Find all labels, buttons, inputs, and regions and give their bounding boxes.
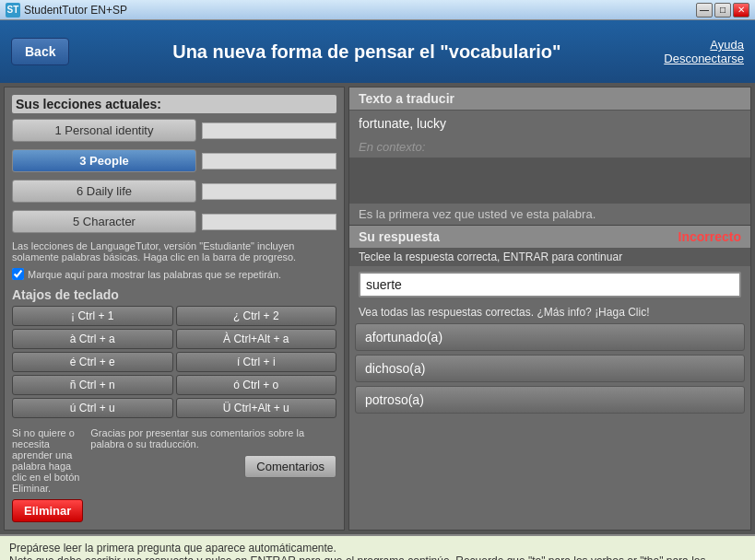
main-window: Back Una nueva forma de pensar el "vocab… — [0, 20, 755, 560]
window-controls: — □ ✕ — [696, 3, 749, 18]
right-panel: Texto a traducir fortunate, lucky En con… — [348, 87, 751, 531]
respuesta-header: Su respuesta Incorrecto — [349, 225, 750, 248]
app-icon: ST — [6, 3, 20, 18]
header-links: Ayuda Desconectarse — [664, 38, 744, 65]
page-title: Una nueva forma de pensar el "vocabulari… — [69, 41, 664, 63]
primera-vez-text: Es la primera vez que usted ve esta pala… — [349, 204, 750, 225]
eliminar-section: Si no quiere o necesita aprender una pal… — [12, 426, 83, 522]
translate-text: fortunate, lucky — [349, 111, 750, 136]
respuesta-label: Su respuesta — [359, 229, 440, 244]
title-bar-text: StudentTutor EN+SP — [24, 4, 696, 17]
shortcuts-grid: ¡ Ctrl + 1 ¿ Ctrl + 2 à Ctrl + a À Ctrl+… — [12, 306, 336, 418]
lesson-progress-3 — [202, 183, 336, 200]
left-panel: Sus lecciones actuales: 1 Personal ident… — [4, 87, 345, 531]
checkbox-row: Marque aquí para mostrar las palabras qu… — [12, 268, 336, 280]
title-bar: ST StudentTutor EN+SP — □ ✕ — [0, 0, 755, 20]
lesson-btn-4[interactable]: 5 Character — [12, 210, 196, 233]
eliminar-info: Si no quiere o necesita aprender una pal… — [12, 427, 83, 494]
answer-option-1[interactable]: dichoso(a) — [355, 355, 745, 382]
vea-text[interactable]: Vea todas las respuestas correctas. ¿Más… — [349, 303, 750, 321]
sus-lecciones-title: Sus lecciones actuales: — [12, 95, 336, 113]
shortcut-btn-8[interactable]: ú Ctrl + u — [12, 398, 173, 418]
lesson-progress-4 — [202, 214, 336, 230]
comentarios-button[interactable]: Comentarios — [244, 455, 336, 478]
lesson-btn-1[interactable]: 1 Personal identity — [12, 119, 196, 142]
lessons-info-text: Las lecciones de LanguageTutor, versión … — [12, 240, 336, 262]
shortcut-btn-6[interactable]: ñ Ctrl + n — [12, 375, 173, 395]
lesson-btn-3[interactable]: 6 Daily life — [12, 180, 196, 203]
shortcut-btn-3[interactable]: À Ctrl+Alt + a — [176, 329, 337, 349]
lesson-btn-2[interactable]: 3 People — [12, 149, 196, 172]
eliminar-button[interactable]: Eliminar — [12, 499, 83, 522]
shortcut-btn-7[interactable]: ó Ctrl + o — [176, 375, 337, 395]
bottom-info-line2: Note que debe escribir una respuesta y p… — [9, 554, 746, 560]
texto-header: Texto a traducir — [349, 88, 750, 111]
back-button[interactable]: Back — [11, 38, 69, 65]
lesson-progress-1 — [202, 122, 336, 139]
bottom-info: Prepárese leer la primera pregunta que a… — [0, 534, 755, 560]
answer-option-0[interactable]: afortunado(a) — [355, 323, 745, 351]
shortcut-btn-9[interactable]: Ü Ctrl+Alt + u — [176, 398, 337, 418]
lesson-row-2: 3 People — [12, 149, 336, 172]
atajos-title: Atajos de teclado — [12, 287, 336, 302]
shortcut-btn-4[interactable]: é Ctrl + e — [12, 352, 173, 372]
checkbox-label: Marque aquí para mostrar las palabras qu… — [28, 269, 281, 280]
minimize-button[interactable]: — — [696, 3, 713, 18]
bottom-buttons: Si no quiere o necesita aprender una pal… — [12, 426, 336, 522]
incorrecto-label: Incorrecto — [678, 229, 741, 244]
teclee-text: Teclee la respuesta correcta, ENTRAR par… — [349, 248, 750, 266]
maximize-button[interactable]: □ — [714, 3, 731, 18]
shortcut-btn-2[interactable]: à Ctrl + a — [12, 329, 173, 349]
answer-option-2[interactable]: potroso(a) — [355, 386, 745, 414]
bottom-info-line1: Prepárese leer la primera pregunta que a… — [9, 542, 746, 554]
lesson-progress-2 — [202, 153, 336, 169]
desconectarse-link[interactable]: Desconectarse — [664, 52, 744, 65]
ayuda-link[interactable]: Ayuda — [710, 38, 744, 52]
comentarios-info: Gracias por presentar sus comentarios so… — [90, 427, 336, 449]
lesson-row-3: 6 Daily life — [12, 180, 336, 203]
lesson-row-1: 1 Personal identity — [12, 119, 336, 142]
en-contexto-label: En contexto: — [349, 136, 750, 158]
repetir-checkbox[interactable] — [12, 268, 24, 280]
shortcut-btn-0[interactable]: ¡ Ctrl + 1 — [12, 306, 173, 326]
answer-input[interactable] — [359, 272, 741, 298]
lesson-row-4: 5 Character — [12, 210, 336, 233]
comentarios-section: Gracias por presentar sus comentarios so… — [90, 426, 336, 478]
close-button[interactable]: ✕ — [733, 3, 749, 18]
app-header: Back Una nueva forma de pensar el "vocab… — [0, 20, 755, 83]
context-area — [349, 158, 750, 204]
content-area: Sus lecciones actuales: 1 Personal ident… — [0, 83, 755, 534]
shortcut-btn-1[interactable]: ¿ Ctrl + 2 — [176, 306, 337, 326]
shortcut-btn-5[interactable]: í Ctrl + i — [176, 352, 337, 372]
